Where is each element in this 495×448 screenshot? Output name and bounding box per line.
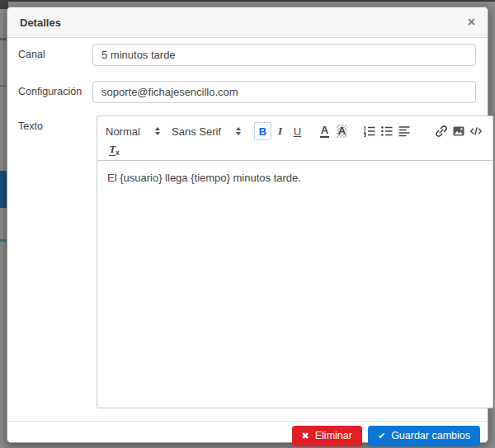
text-color-button[interactable]: A (316, 122, 333, 140)
ordered-list-button[interactable] (361, 122, 378, 140)
header-style-picker[interactable]: Normal (106, 125, 160, 138)
code-button[interactable] (467, 122, 484, 140)
configuracion-label: Configuración (18, 81, 92, 103)
link-button[interactable] (432, 122, 450, 140)
toolbar-row-2: Tx (106, 142, 484, 157)
modal-title: Detalles (20, 17, 61, 29)
font-picker-label: Sans Serif (172, 125, 221, 138)
delete-button-label: Eliminar (315, 430, 352, 441)
save-button[interactable]: ✔ Guardar cambios (368, 426, 480, 446)
ordered-list-icon (362, 124, 377, 139)
texto-row: Texto Normal Sans Serif B I (18, 116, 476, 408)
bullet-list-icon (380, 124, 394, 139)
bold-button[interactable]: B (254, 122, 271, 140)
editor-toolbar: Normal Sans Serif B I U A A (97, 116, 493, 161)
canal-row: Canal (18, 44, 476, 66)
backdrop-top-line (0, 0, 495, 2)
rich-text-editor: Normal Sans Serif B I U A A (97, 116, 493, 408)
modal-header: Detalles × (7, 7, 488, 38)
save-button-label: Guardar cambios (391, 430, 470, 441)
check-icon: ✔ (378, 431, 385, 441)
canal-input[interactable] (92, 44, 476, 66)
modal-footer: ✖ Eliminar ✔ Guardar cambios (7, 421, 488, 448)
canal-label: Canal (18, 44, 92, 66)
toolbar-row-1: Normal Sans Serif B I U A A (106, 120, 484, 142)
clean-icon: Tx (109, 143, 120, 157)
underline-button[interactable]: U (289, 122, 306, 140)
editor-paragraph: El {usuario} llega {tiempo} minutos tard… (107, 171, 483, 186)
configuracion-row: Configuración (18, 81, 476, 103)
align-icon (397, 124, 412, 139)
background-color-icon: A (337, 125, 347, 138)
detalles-modal: Detalles × Canal Configuración Texto Nor… (7, 7, 488, 443)
header-style-label: Normal (106, 125, 140, 138)
close-icon[interactable]: × (468, 16, 475, 29)
chevron-updown-icon (155, 127, 160, 135)
image-icon (451, 124, 466, 139)
font-picker[interactable]: Sans Serif (172, 125, 241, 138)
texto-label: Texto (18, 116, 92, 408)
clean-format-button[interactable]: Tx (106, 140, 123, 158)
x-mark-icon: ✖ (302, 431, 309, 441)
chevron-updown-icon (236, 127, 241, 135)
bullet-list-button[interactable] (378, 122, 395, 140)
italic-button[interactable]: I (271, 122, 289, 140)
code-icon (469, 124, 483, 139)
image-button[interactable] (450, 122, 467, 140)
configuracion-input[interactable] (92, 81, 476, 103)
delete-button[interactable]: ✖ Eliminar (292, 426, 362, 446)
modal-body: Canal Configuración Texto Normal Sans Se (7, 38, 488, 421)
editor-content[interactable]: El {usuario} llega {tiempo} minutos tard… (97, 161, 493, 408)
background-color-button[interactable]: A (333, 122, 351, 140)
text-color-icon: A (320, 125, 329, 138)
link-icon (434, 124, 449, 139)
align-button[interactable] (395, 122, 412, 140)
